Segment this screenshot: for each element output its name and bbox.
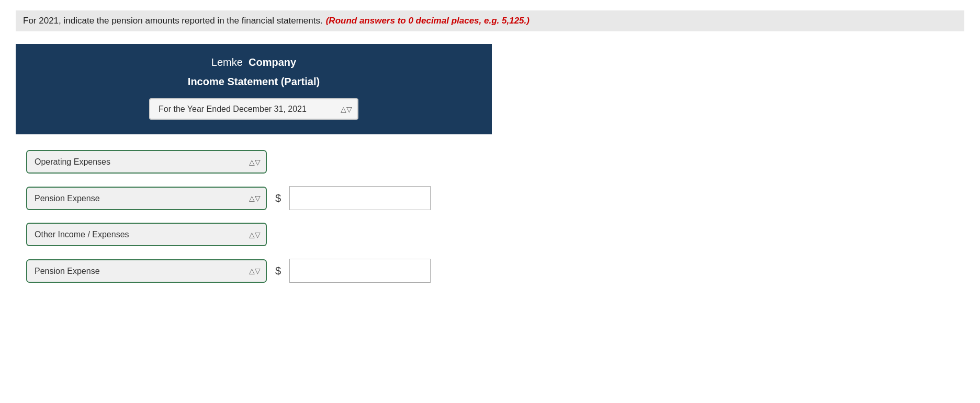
- company-name-bold: Company: [249, 56, 296, 68]
- dollar-sign-1: $: [275, 192, 281, 204]
- pension-expense-row-2: Pension Expense △▽ $: [26, 259, 954, 283]
- pension-expense-1-select[interactable]: Pension Expense: [26, 187, 267, 210]
- card-company-title: Lemke Company: [26, 56, 481, 68]
- date-select[interactable]: For the Year Ended December 31, 2021: [149, 98, 358, 120]
- instruction-highlight: (Round answers to 0 decimal places, e.g.…: [326, 16, 530, 26]
- pension-expense-row-1: Pension Expense △▽ $: [26, 186, 954, 210]
- operating-expenses-row: Operating Expenses △▽: [26, 150, 954, 174]
- pension-amount-input-1[interactable]: [289, 186, 431, 210]
- pension-amount-input-2[interactable]: [289, 259, 431, 283]
- dollar-sign-2: $: [275, 265, 281, 277]
- card-subtitle: Income Statement (Partial): [26, 76, 481, 88]
- pension-expense-2-select-wrapper[interactable]: Pension Expense △▽: [26, 259, 267, 283]
- pension-expense-1-select-wrapper[interactable]: Pension Expense △▽: [26, 187, 267, 210]
- other-income-expenses-select[interactable]: Other Income / Expenses: [26, 223, 267, 246]
- operating-expenses-select[interactable]: Operating Expenses: [26, 150, 267, 174]
- pension-expense-2-select[interactable]: Pension Expense: [26, 259, 267, 283]
- company-name-plain: Lemke: [211, 56, 243, 68]
- instruction-text: For 2021, indicate the pension amounts r…: [23, 16, 323, 26]
- other-income-expenses-row: Other Income / Expenses △▽: [26, 223, 954, 246]
- date-select-container[interactable]: For the Year Ended December 31, 2021 △▽: [149, 98, 358, 120]
- header-card: Lemke Company Income Statement (Partial)…: [16, 44, 492, 134]
- date-select-wrapper: For the Year Ended December 31, 2021 △▽: [26, 98, 481, 120]
- other-income-expenses-select-wrapper[interactable]: Other Income / Expenses △▽: [26, 223, 267, 246]
- operating-expenses-select-wrapper[interactable]: Operating Expenses △▽: [26, 150, 267, 174]
- instruction-bar: For 2021, indicate the pension amounts r…: [16, 10, 964, 31]
- form-section: Operating Expenses △▽ Pension Expense △▽…: [16, 150, 964, 283]
